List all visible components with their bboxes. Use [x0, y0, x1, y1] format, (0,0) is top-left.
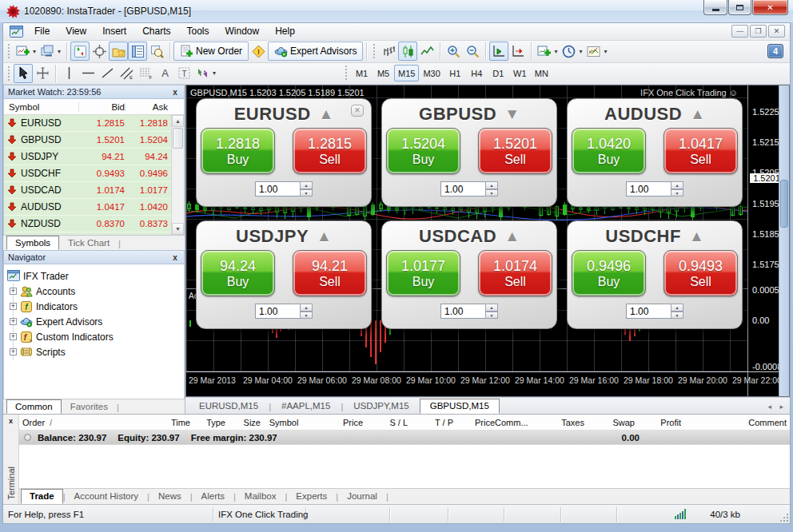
- notifications-badge[interactable]: 4: [767, 44, 783, 58]
- market-watch-row[interactable]: NZDUSD 0.8370 0.8373: [4, 216, 171, 232]
- expand-plus-icon[interactable]: +: [10, 288, 17, 295]
- buy-button[interactable]: 94.24 Buy: [201, 250, 275, 296]
- menu-help[interactable]: Help: [267, 23, 303, 39]
- lot-size-input[interactable]: [626, 304, 671, 319]
- column-ask[interactable]: Ask: [125, 102, 171, 112]
- market-watch-titlebar[interactable]: Market Watch: 23:59:56 x: [3, 85, 185, 99]
- arrows-button[interactable]: ▾: [193, 64, 218, 83]
- lot-size-input[interactable]: [255, 181, 300, 197]
- toolbar-grip[interactable]: [7, 66, 11, 81]
- spin-up-icon[interactable]: ▲: [671, 304, 683, 312]
- tick-chart-button[interactable]: [70, 42, 90, 61]
- window-close-button[interactable]: ✕: [752, 0, 788, 15]
- lot-size-stepper[interactable]: ▲▼: [485, 181, 498, 197]
- timeframe-d1[interactable]: D1: [488, 65, 509, 81]
- chart-tab-usdjpym15[interactable]: USDJPY,M15: [343, 399, 419, 414]
- templates-button[interactable]: ▾: [584, 42, 609, 61]
- buy-button[interactable]: 0.9496 Buy: [572, 250, 646, 296]
- timeframe-w1[interactable]: W1: [509, 65, 531, 81]
- sell-button[interactable]: 94.21 Sell: [293, 250, 367, 296]
- terminal-column-type[interactable]: Type: [190, 418, 225, 427]
- window-minimize-button[interactable]: [703, 0, 727, 15]
- market-watch-row[interactable]: EURUSD 1.2815 1.2818: [4, 115, 171, 132]
- new-order-button[interactable]: New Order: [173, 42, 249, 61]
- tab-common[interactable]: Common: [6, 399, 62, 414]
- toolbar-grip[interactable]: [345, 65, 349, 81]
- toolbar-grip[interactable]: [7, 43, 11, 59]
- market-watch-close-icon[interactable]: x: [170, 88, 180, 97]
- terminal-column-price[interactable]: Price: [453, 418, 495, 427]
- terminal-column-sl[interactable]: S / L: [363, 418, 408, 427]
- crosshair-button[interactable]: [90, 42, 109, 61]
- expert-advisors-button[interactable]: Expert Advisors: [268, 42, 363, 61]
- sell-button[interactable]: 1.0174 Sell: [478, 250, 552, 296]
- sell-button[interactable]: 1.2815 Sell: [293, 128, 367, 174]
- lot-size-stepper[interactable]: ▲▼: [300, 304, 313, 319]
- menu-insert[interactable]: Insert: [94, 23, 134, 39]
- menu-window[interactable]: Window: [217, 23, 268, 39]
- cursor-tool-button[interactable]: [14, 64, 33, 83]
- favorites-button[interactable]: [109, 42, 128, 61]
- menu-tools[interactable]: Tools: [179, 23, 217, 39]
- vertical-line-button[interactable]: [59, 64, 78, 83]
- indicators-button[interactable]: ▾: [535, 42, 560, 61]
- status-mode-text[interactable]: IFX One Click Trading: [213, 507, 306, 522]
- tree-item-expert-advisors[interactable]: + Expert Advisors: [14, 314, 184, 329]
- line-chart-button[interactable]: [417, 42, 436, 61]
- column-bid[interactable]: Bid: [78, 102, 125, 112]
- spin-up-icon[interactable]: ▲: [671, 181, 683, 189]
- timeframe-h1[interactable]: H1: [444, 65, 466, 81]
- spin-down-icon[interactable]: ▼: [300, 312, 313, 320]
- scrollbar-thumb[interactable]: [173, 128, 183, 149]
- terminal-tab-account-history[interactable]: Account History: [66, 489, 148, 504]
- timeframe-m5[interactable]: M5: [373, 65, 394, 81]
- title-bar[interactable]: 1020890: InstaTrader - [GBPUSD,M15] ✕: [0, 0, 793, 22]
- document-minimize-button[interactable]: —: [731, 25, 748, 38]
- candlestick-chart-button[interactable]: [398, 42, 417, 61]
- scrollbar-thumb[interactable]: [780, 180, 788, 228]
- expand-plus-icon[interactable]: +: [10, 318, 17, 325]
- tree-item-custom-indicators[interactable]: + fx Custom Indicators: [14, 329, 184, 344]
- horizontal-line-button[interactable]: [78, 64, 98, 83]
- navigator-titlebar[interactable]: Navigator x: [3, 250, 185, 264]
- terminal-tab-experts[interactable]: Experts: [287, 489, 336, 504]
- market-watch-row[interactable]: AUDUSD 1.0417 1.0420: [4, 199, 171, 216]
- expand-plus-icon[interactable]: +: [10, 303, 17, 310]
- bar-chart-button[interactable]: [379, 42, 398, 61]
- new-chart-button[interactable]: ▾: [14, 42, 38, 61]
- spin-up-icon[interactable]: ▲: [300, 304, 313, 312]
- channel-button[interactable]: E: [117, 64, 136, 83]
- terminal-column-order[interactable]: Order/: [22, 418, 117, 427]
- buy-button[interactable]: 1.0177 Buy: [386, 250, 460, 296]
- terminal-column-comment[interactable]: Comment: [681, 418, 787, 427]
- document-close-button[interactable]: ✕: [768, 25, 785, 38]
- chart-tab-gbpusdm15[interactable]: GBPUSD,M15: [420, 399, 500, 414]
- navigator-close-icon[interactable]: x: [170, 253, 180, 262]
- terminal-column-comm[interactable]: Comm...: [495, 418, 532, 427]
- terminal-tab-alerts[interactable]: Alerts: [193, 489, 233, 504]
- lot-size-input[interactable]: [255, 304, 300, 319]
- chart-window[interactable]: Ac GBPUSD,M15 1.5203 1.5205 1.5189 1.520…: [185, 85, 790, 397]
- lot-size-stepper[interactable]: ▲▼: [485, 304, 498, 319]
- lot-size-stepper[interactable]: ▲▼: [300, 181, 313, 197]
- menu-view[interactable]: View: [58, 23, 94, 39]
- chart-vertical-scrollbar[interactable]: [779, 85, 789, 396]
- terminal-column-price[interactable]: Price: [307, 418, 363, 427]
- strategy-tester-button[interactable]: [147, 42, 166, 61]
- scroll-down-icon[interactable]: ▼: [172, 223, 184, 235]
- market-watch-row[interactable]: USDCAD 1.0174 1.0177: [4, 182, 171, 199]
- chart-shift-button[interactable]: [508, 42, 528, 61]
- expand-plus-icon[interactable]: +: [10, 333, 17, 340]
- spin-down-icon[interactable]: ▼: [671, 312, 683, 320]
- tree-item-scripts[interactable]: + Scripts: [14, 344, 184, 359]
- spin-up-icon[interactable]: ▲: [485, 304, 498, 312]
- terminal-close-icon[interactable]: x: [9, 417, 13, 425]
- lot-size-input[interactable]: [626, 181, 671, 197]
- market-watch-toggle-button[interactable]: [128, 42, 147, 61]
- chart-tab-aaplm15[interactable]: #AAPL,M15: [271, 399, 341, 414]
- chart-tab-eurusdm15[interactable]: EURUSD,M15: [189, 399, 269, 414]
- buy-button[interactable]: 1.2818 Buy: [201, 128, 275, 174]
- toolbar-grip[interactable]: [373, 43, 377, 59]
- spin-down-icon[interactable]: ▼: [671, 189, 683, 197]
- buy-button[interactable]: 1.5204 Buy: [386, 128, 460, 174]
